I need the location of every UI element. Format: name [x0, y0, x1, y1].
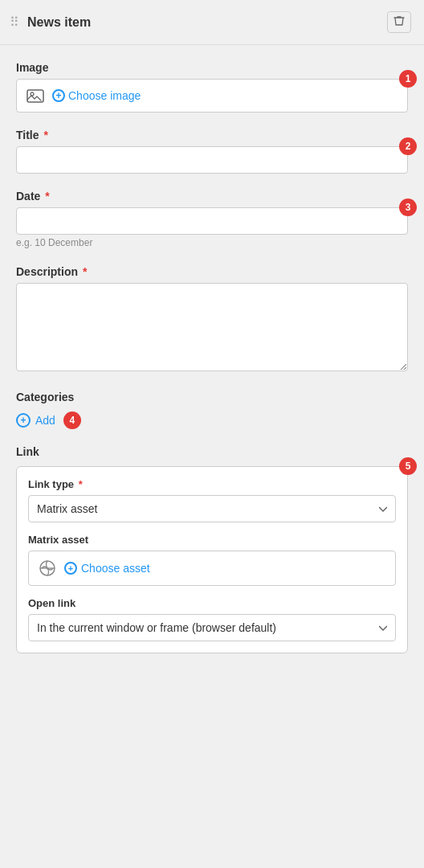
date-required: * [42, 190, 49, 203]
categories-badge: 4 [63, 411, 81, 429]
matrix-asset-group: Matrix asset + [28, 534, 396, 586]
categories-add-button[interactable]: + Add [16, 413, 55, 428]
title-badge: 2 [399, 137, 417, 155]
image-field-group: Image + Choose image 1 [16, 61, 408, 113]
categories-field-group: Categories + Add 4 [16, 391, 408, 429]
link-badge: 5 [399, 457, 417, 475]
description-textarea[interactable] [16, 283, 408, 371]
asset-icon [39, 559, 56, 577]
link-type-select[interactable]: Matrix asset External URL Email Phone No… [28, 495, 396, 522]
date-input[interactable] [16, 207, 408, 235]
matrix-asset-label: Matrix asset [28, 534, 396, 546]
image-icon [26, 88, 44, 104]
description-field-group: Description * [16, 265, 408, 375]
image-label: Image [16, 61, 408, 74]
panel-header-left: ⠿ News item [10, 14, 91, 30]
description-label: Description * [16, 265, 408, 278]
categories-plus-icon: + [16, 413, 31, 428]
panel-body: Image + Choose image 1 [0, 45, 424, 694]
delete-button[interactable] [387, 11, 411, 33]
date-badge: 3 [399, 199, 417, 216]
date-hint: e.g. 10 December [16, 237, 92, 248]
title-input[interactable] [16, 146, 408, 174]
open-link-group: Open link In the current window or frame… [28, 597, 396, 641]
desc-required: * [80, 265, 87, 278]
asset-plus-icon: + [64, 562, 77, 575]
choose-image-button[interactable]: + Choose image [52, 89, 141, 102]
panel-header: ⠿ News item [0, 0, 424, 45]
link-field-group: Link Link type * Matrix asset External U… [16, 445, 408, 653]
open-link-select[interactable]: In the current window or frame (browser … [28, 614, 396, 641]
svg-point-1 [31, 92, 34, 96]
title-required: * [41, 129, 48, 141]
image-picker[interactable]: + Choose image [16, 79, 408, 113]
drag-handle-icon[interactable]: ⠿ [10, 14, 19, 30]
asset-picker[interactable]: + Choose asset [28, 551, 396, 586]
date-label: Date * [16, 190, 408, 203]
image-badge: 1 [399, 70, 417, 88]
categories-label: Categories [16, 391, 408, 403]
link-section-label: Link [16, 445, 408, 458]
link-section: Link type * Matrix asset External URL Em… [16, 466, 408, 653]
news-item-panel: ⠿ News item Image [0, 0, 424, 868]
title-field-group: Title * 2 [16, 129, 408, 174]
title-label: Title * [16, 129, 408, 141]
link-type-label: Link type * [28, 478, 396, 490]
plus-circle-icon: + [52, 89, 65, 102]
link-type-group: Link type * Matrix asset External URL Em… [28, 478, 396, 522]
categories-row: + Add 4 [16, 411, 408, 429]
open-link-label: Open link [28, 597, 396, 609]
choose-asset-button[interactable]: + Choose asset [64, 562, 150, 575]
date-field-group: Date * 3 e.g. 10 December [16, 190, 408, 249]
panel-title: News item [27, 15, 91, 30]
